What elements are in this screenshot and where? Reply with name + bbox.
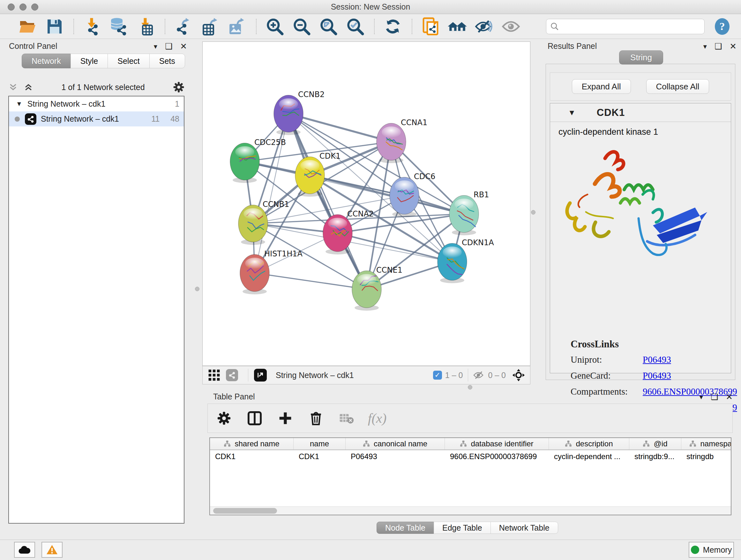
cloud-status-button[interactable] [14, 542, 35, 558]
network-node-CDKN1A[interactable]: CDKN1A [437, 238, 494, 283]
table-cell[interactable]: P06493 [346, 450, 445, 463]
hide-glass-button[interactable] [474, 17, 494, 37]
open-session-button[interactable] [18, 17, 38, 37]
panel-float-icon[interactable]: ❑ [715, 42, 722, 51]
column-header-label: @id [654, 439, 667, 448]
function-builder-button[interactable]: f(x) [368, 410, 386, 427]
protein-section-header[interactable]: ▼ CDK1 [550, 104, 731, 122]
zoom-out-button[interactable] [292, 17, 312, 37]
node-label: RB1 [474, 190, 489, 199]
show-glass-button[interactable] [501, 17, 521, 37]
scrollbar-thumb[interactable] [213, 508, 277, 514]
import-network-button[interactable] [82, 17, 102, 37]
crosslink-link[interactable]: P06493 [643, 354, 671, 365]
table-cell[interactable]: CDK1 [293, 450, 346, 463]
column-header-canonical-name[interactable]: canonical name [346, 438, 445, 449]
network-edge[interactable] [255, 273, 367, 289]
network-node-RB1[interactable]: RB1 [449, 190, 489, 235]
zoom-in-button[interactable] [265, 17, 285, 37]
string-results-box: Expand All Collapse All ▼ CDK1 cyclin-de… [546, 64, 735, 380]
zoom-fit-button[interactable] [319, 17, 338, 37]
network-node-CDC25B[interactable]: CDC25B [230, 138, 286, 183]
tab-string[interactable]: String [619, 51, 663, 64]
network-graph[interactable]: CCNB2CCNA1CDC25BCDK1CDC6RB1CCNB1CCNA2CDK… [203, 42, 530, 366]
delete-column-button[interactable] [307, 410, 325, 427]
network-node-HIST1H1A[interactable]: HIST1H1A [240, 249, 303, 294]
table-cell[interactable]: 9606.ENSP00000378699 [445, 450, 549, 463]
table-cell[interactable]: stringdb [681, 450, 731, 463]
expand-all-icon[interactable] [23, 82, 33, 92]
tab-select[interactable]: Select [108, 54, 149, 68]
save-session-button[interactable] [45, 17, 64, 37]
zoom-selected-button[interactable] [345, 17, 365, 37]
apply-layout-button[interactable] [383, 17, 403, 37]
panel-float-icon[interactable]: ❑ [711, 392, 718, 402]
panel-close-icon[interactable]: ✕ [726, 392, 733, 402]
export-table-button[interactable] [200, 17, 220, 37]
collapse-all-button[interactable]: Collapse All [646, 79, 710, 94]
table-cell[interactable]: CDK1 [210, 450, 293, 463]
panel-menu-icon[interactable]: ▾ [699, 393, 703, 401]
show-columns-button[interactable] [246, 410, 263, 427]
network-edge[interactable] [288, 114, 367, 289]
column-header--id[interactable]: @id [629, 438, 681, 449]
toolbar-separator [374, 19, 375, 34]
section-expand-icon[interactable]: ▼ [568, 108, 576, 117]
warnings-button[interactable] [42, 542, 63, 558]
memory-button[interactable]: Memory [689, 542, 734, 558]
vertical-splitter-handle[interactable] [531, 210, 536, 214]
tab-network[interactable]: Network [22, 54, 71, 68]
open-external-button[interactable] [253, 368, 267, 382]
panel-menu-icon[interactable]: ▾ [154, 43, 157, 51]
panel-close-icon[interactable]: ✕ [180, 42, 187, 51]
horizontal-splitter-handle[interactable] [468, 385, 472, 389]
network-edge[interactable] [310, 175, 464, 214]
network-collection-row[interactable]: ▼ String Network – cdk1 1 [9, 97, 184, 111]
import-table-button[interactable] [136, 17, 156, 37]
panel-float-icon[interactable]: ❑ [165, 42, 172, 51]
collapse-all-icon[interactable] [8, 82, 18, 92]
network-node-CDC6[interactable]: CDC6 [390, 172, 435, 217]
home-networks-button[interactable] [448, 17, 467, 37]
network-options-gear-icon[interactable] [173, 81, 185, 93]
network-canvas[interactable]: CCNB2CCNA1CDC25BCDK1CDC6RB1CCNB1CCNA2CDK… [202, 42, 530, 366]
expand-all-button[interactable]: Expand All [572, 79, 631, 94]
column-header-name[interactable]: name [293, 438, 346, 449]
export-image-button[interactable] [227, 17, 247, 37]
birds-eye-view-button[interactable] [207, 368, 221, 382]
tab-node-table[interactable]: Node Table [377, 522, 434, 534]
column-header-description[interactable]: description [549, 438, 629, 449]
panel-menu-icon[interactable]: ▾ [703, 43, 707, 51]
hidden-eye-slash-icon [473, 371, 485, 379]
panel-close-icon[interactable]: ✕ [730, 42, 737, 51]
delete-table-button-disabled[interactable] [338, 410, 355, 427]
tab-edge-table[interactable]: Edge Table [434, 522, 491, 534]
table-cell[interactable]: cyclin-dependent ... [549, 450, 629, 463]
string-documents-button[interactable] [421, 17, 441, 37]
search-input[interactable] [559, 22, 700, 31]
fit-content-button[interactable] [512, 368, 526, 382]
export-network-button[interactable] [174, 17, 193, 37]
table-cell[interactable]: stringdb:9... [629, 450, 681, 463]
network-node-CCNA1[interactable]: CCNA1 [377, 118, 427, 163]
create-column-button[interactable] [277, 410, 294, 427]
string-view-button[interactable] [225, 368, 239, 382]
column-header-database-identifier[interactable]: database identifier [445, 438, 549, 449]
horizontal-scrollbar[interactable] [210, 506, 731, 515]
network-node-CCNB2[interactable]: CCNB2 [274, 90, 325, 135]
tab-sets[interactable]: Sets [149, 54, 185, 68]
results-panel: Results Panel ▾ ❑ ✕ String Expand All Co… [541, 39, 741, 388]
column-header-namespace[interactable]: namespace [681, 438, 731, 449]
table-row[interactable]: CDK1CDK1P064939606.ENSP00000378699cyclin… [210, 450, 731, 463]
table-options-button[interactable] [215, 410, 232, 427]
tab-network-table[interactable]: Network Table [490, 522, 558, 534]
column-header-shared-name[interactable]: shared name [210, 438, 293, 449]
import-database-button[interactable] [109, 17, 129, 37]
network-row-selected[interactable]: String Network – cdk1 11 48 [9, 111, 184, 126]
help-button[interactable]: ? [712, 17, 732, 37]
collection-expand-icon[interactable]: ▼ [16, 100, 22, 108]
tab-style[interactable]: Style [71, 54, 108, 68]
vertical-splitter-handle[interactable] [195, 287, 199, 291]
selected-checkbox-icon[interactable]: ✓ [433, 371, 442, 380]
crosslink-link[interactable]: P06493 [643, 370, 671, 381]
